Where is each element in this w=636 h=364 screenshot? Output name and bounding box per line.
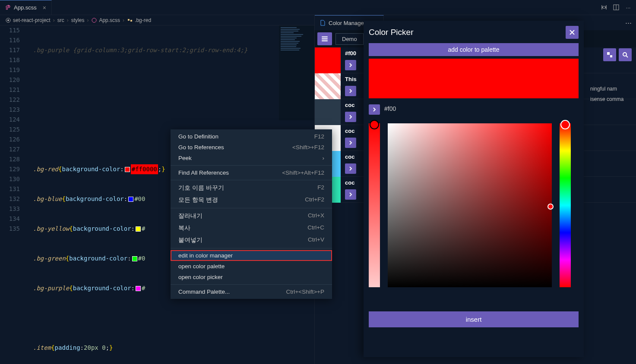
tab-app-scss[interactable]: App.scss × [0, 0, 52, 15]
target-icon [5, 17, 11, 23]
alpha-slider[interactable] [369, 123, 380, 287]
tab-label: Color Manager [329, 20, 366, 26]
breadcrumb-root[interactable]: set-react-project [13, 17, 51, 23]
menu-cut[interactable]: 잘라내기Ctrl+X [171, 210, 332, 222]
menu-go-to-definition[interactable]: Go to DefinitionF12 [171, 131, 332, 142]
line-gutter: 1151161171181191201211221231241251261271… [0, 25, 24, 234]
add-color-to-palette-button[interactable]: add color to palette [369, 43, 579, 56]
slider-thumb[interactable] [560, 120, 570, 129]
demo-button[interactable]: Demo [335, 33, 364, 45]
sass-icon [4, 4, 11, 11]
menu-open-color-picker[interactable]: open color picker [171, 272, 332, 282]
editor-tabs: App.scss × ··· [0, 0, 636, 15]
chevron-right-icon: › [53, 17, 55, 23]
compare-icon[interactable] [601, 4, 608, 11]
chevron-right-icon: › [67, 17, 69, 23]
breadcrumb-item[interactable]: .bg-red [135, 17, 151, 23]
editor-actions: ··· [596, 0, 636, 15]
svg-point-4 [92, 18, 96, 22]
close-icon[interactable]: × [43, 4, 46, 11]
picker-title: Color Picker [369, 28, 413, 37]
svg-point-3 [7, 19, 9, 21]
chevron-right-icon[interactable] [345, 86, 356, 96]
color-picker-panel: Color Picker add color to palette #f00 i… [364, 21, 584, 357]
picker-thumb[interactable] [547, 204, 554, 210]
svg-rect-6 [130, 20, 132, 22]
breadcrumb-item[interactable]: styles [71, 17, 85, 23]
more-icon[interactable]: ··· [625, 4, 632, 11]
svg-rect-8 [610, 55, 612, 57]
menu-rename-symbol[interactable]: 기호 이름 바꾸기F2 [171, 182, 332, 194]
menu-copy[interactable]: 복사Ctrl+C [171, 222, 332, 234]
color-preview [369, 59, 579, 98]
palette-swatch [315, 73, 341, 99]
breadcrumb[interactable]: set-react-project › src › styles › App.s… [0, 15, 314, 25]
symbol-icon [127, 17, 133, 23]
split-icon[interactable] [613, 4, 620, 11]
insert-button[interactable]: insert [369, 311, 579, 327]
code-line: .bg-purple {grid-column:3;grid-row-start… [24, 45, 247, 55]
chevron-right-icon[interactable] [345, 60, 356, 70]
menu-paste[interactable]: 붙여넣기Ctrl+V [171, 234, 332, 246]
hue-slider[interactable] [560, 123, 571, 287]
context-menu: Go to DefinitionF12 Go to References<Shi… [171, 129, 332, 299]
menu-open-color-palette[interactable]: open color palette [171, 261, 332, 272]
chevron-right-icon: › [323, 155, 325, 161]
menu-edit-in-color-manager[interactable]: edit in color manager [171, 250, 332, 261]
menu-icon[interactable] [317, 32, 332, 45]
menu-go-to-references[interactable]: Go to References<Shift>+F12 [171, 142, 332, 153]
menu-command-palette[interactable]: Command Palette...Ctrl+<Shift>+P [171, 286, 332, 297]
chevron-right-icon[interactable] [345, 112, 356, 122]
chevron-right-icon[interactable] [369, 104, 380, 115]
search-icon[interactable] [619, 48, 632, 61]
menu-change-all[interactable]: 모든 항목 변경Ctrl+F2 [171, 194, 332, 206]
menu-peek[interactable]: Peek› [171, 153, 332, 163]
minimap[interactable] [279, 25, 314, 120]
file-icon [319, 19, 326, 26]
chevron-right-icon[interactable] [345, 163, 356, 174]
close-icon[interactable] [566, 26, 579, 39]
chevron-right-icon[interactable] [345, 189, 356, 200]
breadcrumb-item[interactable]: App.scss [99, 17, 120, 23]
svg-rect-7 [607, 52, 610, 55]
layout-icon[interactable] [603, 48, 616, 61]
tab-label: App.scss [14, 4, 37, 11]
palette-swatch [315, 99, 341, 125]
saturation-value-picker[interactable] [388, 123, 552, 287]
chevron-right-icon: › [123, 17, 124, 23]
palette-swatch [315, 47, 341, 73]
breadcrumb-item[interactable]: src [57, 17, 64, 23]
side-info: ningful nam isense comma [589, 82, 636, 106]
slider-thumb[interactable] [370, 120, 379, 129]
chevron-right-icon: › [87, 17, 89, 23]
svg-line-10 [626, 56, 628, 57]
hex-value: #f00 [384, 105, 396, 112]
more-icon[interactable]: ··· [625, 19, 632, 28]
sass-icon [91, 17, 97, 23]
svg-point-9 [623, 53, 627, 56]
menu-find-all-references[interactable]: Find All References<Shift>+Alt+F12 [171, 167, 332, 178]
editor-pane: set-react-project › src › styles › App.s… [0, 15, 314, 364]
svg-rect-5 [128, 19, 130, 21]
chevron-right-icon[interactable] [345, 138, 356, 148]
